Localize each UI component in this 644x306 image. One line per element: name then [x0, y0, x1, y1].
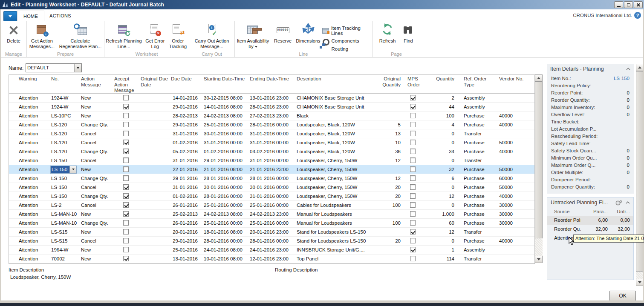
table-row[interactable]: Attention70002New13-01-201610-01-2016 08… — [9, 255, 534, 263]
table-cell[interactable] — [113, 210, 139, 218]
table-cell[interactable]: New — [79, 210, 113, 218]
table-cell[interactable]: Assembly — [459, 103, 495, 111]
accept-action-message-checkbox[interactable] — [123, 247, 129, 252]
table-cell[interactable]: New — [79, 255, 113, 263]
table-cell[interactable]: New — [79, 94, 113, 102]
mps-order-checkbox[interactable] — [410, 220, 416, 226]
table-row[interactable]: AttentionLS-S15New20-01-201618-01-2016 0… — [9, 228, 534, 237]
table-cell[interactable]: Purchase — [459, 138, 495, 147]
table-row[interactable]: AttentionLS-120Change Qty.29-01-201625-0… — [9, 120, 534, 129]
table-cell[interactable]: Transfer — [459, 156, 495, 165]
table-cell[interactable]: 31-01-2016 — [170, 156, 200, 165]
table-cell[interactable] — [113, 165, 139, 174]
table-row[interactable]: AttentionLS-150Change Qty.29-01-201628-0… — [9, 174, 534, 183]
table-cell[interactable] — [113, 183, 139, 192]
table-cell[interactable]: 0 — [421, 183, 459, 192]
table-cell[interactable]: 26-01-2016 — [170, 201, 200, 209]
table-cell[interactable]: 25-02-2013 — [170, 210, 200, 218]
accept-action-message-checkbox[interactable] — [123, 175, 129, 181]
table-cell[interactable]: 30-01-2016 00:00 — [200, 129, 246, 138]
table-cell[interactable]: 01-02-2016 — [170, 138, 200, 147]
table-cell[interactable] — [404, 183, 421, 192]
table-cell[interactable]: 0 — [421, 129, 459, 138]
table-cell[interactable]: 6 — [421, 174, 459, 183]
table-cell[interactable]: LS-MAN-10 — [49, 219, 79, 227]
table-cell[interactable]: 29-01-2016 — [170, 103, 200, 111]
table-cell[interactable]: Attention — [9, 237, 49, 245]
accept-action-message-checkbox[interactable] — [123, 211, 129, 217]
table-cell[interactable]: Attention — [9, 103, 49, 111]
table-cell[interactable]: 13-01-2016 — [170, 255, 200, 263]
table-cell[interactable]: Change Qty. — [79, 147, 113, 156]
table-cell[interactable] — [495, 129, 534, 138]
table-cell[interactable]: 28-01-2016 00:00 — [246, 120, 292, 129]
table-cell[interactable]: 05-02-2016 — [170, 147, 200, 156]
table-cell[interactable]: Attention — [9, 192, 49, 200]
table-cell[interactable]: Attention — [9, 210, 49, 218]
page-scroll-track[interactable] — [636, 272, 644, 279]
table-cell[interactable]: LS-10PC — [49, 112, 79, 120]
tab-actions[interactable]: ACTIONS — [43, 11, 77, 21]
table-cell[interactable]: 25-01-2016 00:00 — [200, 201, 246, 209]
table-cell[interactable] — [139, 120, 170, 129]
untracked-row[interactable]: Reorder Qu...32,0032,00 — [547, 225, 633, 234]
table-cell[interactable]: 31-01-2016 00:00 — [246, 192, 292, 200]
accept-action-message-checkbox[interactable] — [123, 122, 129, 127]
table-cell[interactable]: 20 — [378, 183, 404, 192]
grid-scroll-down-button[interactable] — [535, 256, 543, 263]
accept-action-message-checkbox[interactable] — [123, 149, 129, 154]
table-cell[interactable]: 13-01-2016 23:00 — [246, 94, 292, 102]
table-cell[interactable]: 50000 — [495, 165, 534, 174]
table-cell[interactable]: Manual for Loudspeakers — [292, 210, 378, 218]
table-cell[interactable]: 13 — [378, 129, 404, 138]
table-row[interactable]: AttentionLS-120Cancel31-01-201630-01-201… — [9, 129, 534, 138]
no-field-dropdown-button[interactable] — [69, 166, 76, 173]
table-cell[interactable]: 25-01-2016 00:00 — [246, 219, 292, 227]
table-cell[interactable] — [378, 210, 404, 218]
table-row[interactable]: Attention1964-WNew25-01-201624-01-2016 0… — [9, 246, 534, 255]
untracked-planning-header[interactable]: Untracked Planning El... — [547, 197, 633, 208]
table-cell[interactable]: Change Qty. — [79, 192, 113, 200]
table-cell[interactable] — [378, 255, 404, 263]
table-cell[interactable]: Attention — [9, 219, 49, 227]
table-cell[interactable]: 0 — [421, 237, 459, 245]
table-cell[interactable] — [113, 237, 139, 245]
table-cell[interactable]: Manual for Loudspeakers — [292, 219, 378, 227]
table-cell[interactable]: Purchase — [459, 237, 495, 245]
table-cell[interactable]: Assembly — [459, 94, 495, 102]
table-cell[interactable] — [404, 103, 421, 111]
mps-order-checkbox[interactable] — [410, 175, 416, 181]
table-cell[interactable]: 22-01-2016 — [170, 165, 200, 174]
mps-order-checkbox[interactable] — [410, 184, 416, 190]
table-cell[interactable] — [404, 156, 421, 165]
table-cell[interactable]: Attention — [9, 147, 49, 156]
table-cell[interactable]: Transfer — [459, 255, 495, 263]
mps-order-checkbox[interactable] — [410, 238, 416, 243]
table-cell[interactable]: 50000 — [495, 183, 534, 192]
table-cell[interactable] — [139, 129, 170, 138]
table-cell[interactable]: 12 — [378, 156, 404, 165]
table-row[interactable]: AttentionLS-2Cancel26-01-201625-01-2016 … — [9, 201, 534, 210]
no-field-combobox[interactable]: LS-150 — [50, 166, 77, 174]
column-header-ref-order-type[interactable]: Ref. Order Type — [459, 75, 495, 93]
accept-action-message-checkbox[interactable] — [123, 131, 129, 136]
table-cell[interactable]: New — [79, 103, 113, 111]
ok-button[interactable]: OK — [609, 291, 636, 301]
column-header-description[interactable]: Description — [292, 75, 378, 93]
table-cell[interactable]: CHAMONIX Base Storage Unit — [292, 94, 378, 102]
table-cell[interactable]: Transfer — [459, 129, 495, 138]
table-cell[interactable]: 100 — [421, 112, 459, 120]
table-cell[interactable] — [113, 129, 139, 138]
table-cell[interactable] — [139, 94, 170, 102]
table-cell[interactable]: Purchase — [459, 174, 495, 183]
table-cell[interactable] — [139, 103, 170, 111]
mps-order-checkbox[interactable] — [410, 122, 416, 127]
table-cell[interactable]: Top Panel — [292, 255, 378, 263]
table-cell[interactable]: 34 — [421, 147, 459, 156]
table-cell[interactable] — [113, 103, 139, 111]
table-cell[interactable]: 29-01-2016 — [170, 237, 200, 245]
table-cell[interactable]: Purchase — [459, 165, 495, 174]
minimize-button[interactable] — [614, 1, 623, 8]
page-scroll-up-button[interactable] — [636, 64, 644, 71]
table-cell[interactable]: 40000 — [495, 192, 534, 200]
